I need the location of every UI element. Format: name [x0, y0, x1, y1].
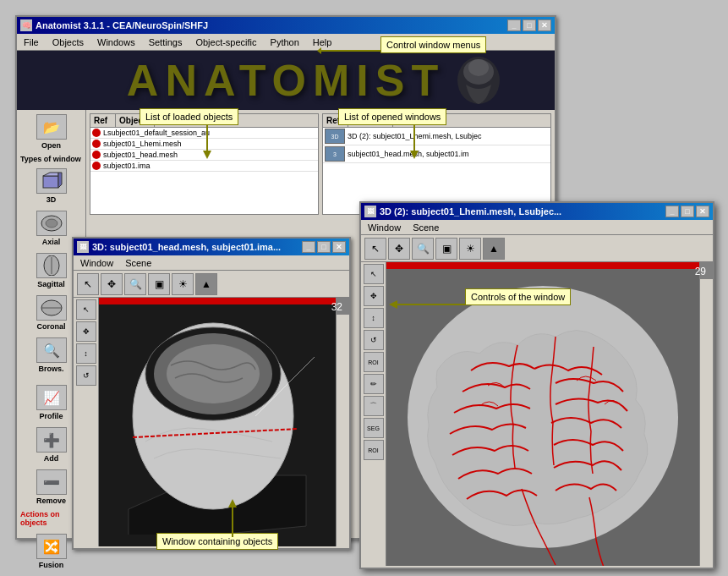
- logo-text: ANATOMIST: [127, 55, 445, 106]
- browse-icon: 🔍: [36, 337, 67, 363]
- coronal-label: Coronal: [36, 322, 65, 331]
- lg-tb-zoom-btn[interactable]: 🔍: [412, 238, 434, 260]
- main-titlebar: 🧠 Anatomist 3.1.1 - CEA/NeuroSpin/SHFJ _…: [17, 17, 555, 34]
- window-3d-large: 🖼 3D (2): subject01_Lhemi.mesh, Lsubjec.…: [359, 201, 714, 569]
- 3d-small-min[interactable]: _: [302, 241, 315, 253]
- lg-tb-slice-btn[interactable]: ▣: [435, 238, 457, 260]
- profile-icon: 📈: [36, 385, 67, 410]
- annotation-controls-window: Controls of the window: [465, 288, 571, 305]
- remove-icon: ➖: [36, 469, 67, 495]
- 3d-large-scrollbar[interactable]: [699, 262, 713, 566]
- fusion-label: Fusion: [39, 561, 64, 569]
- 3d-small-close[interactable]: ✕: [332, 241, 346, 253]
- table-row[interactable]: 3 subject01_head.mesh, subject01.im: [323, 145, 550, 163]
- lg-tb-camera-btn[interactable]: ▲: [483, 238, 505, 260]
- menu-object-specific[interactable]: Object-specific: [192, 36, 260, 49]
- svg-point-16: [167, 344, 260, 403]
- lg-tb-move-btn[interactable]: ✥: [388, 238, 410, 260]
- lg-ctrl-seg[interactable]: SEG: [364, 418, 384, 438]
- brain-render-small: [103, 306, 331, 535]
- 3d-icon: [36, 168, 67, 194]
- lg-ctrl-move[interactable]: ✥: [364, 286, 384, 306]
- minimize-btn[interactable]: _: [507, 19, 521, 31]
- tb-slice-btn[interactable]: ▣: [148, 273, 170, 295]
- add-label: Add: [44, 454, 59, 463]
- sagittal-icon: [36, 253, 67, 278]
- ctrl-zoom[interactable]: ↕: [76, 343, 96, 364]
- svg-marker-4: [43, 173, 58, 176]
- 3d-small-viewport: ↖ ✥ ↕ ↺ 32: [74, 298, 349, 546]
- logo-area: ANATOMIST: [17, 51, 555, 110]
- 3d-small-max[interactable]: □: [317, 241, 331, 253]
- svg-marker-5: [58, 173, 62, 188]
- 3d-large-close[interactable]: ✕: [696, 206, 709, 217]
- svg-rect-3: [43, 176, 58, 188]
- window-3d-small: 🖼 3D: subject01_head.mesh, subject01.ima…: [72, 237, 351, 550]
- add-icon: ➕: [36, 427, 67, 453]
- lg-ctrl-cursor[interactable]: ↖: [364, 264, 384, 284]
- remove-label: Remove: [36, 496, 66, 505]
- arrow-list-windows: [406, 125, 423, 159]
- 3d-large-min[interactable]: _: [665, 206, 679, 217]
- objects-windows-area: Ref Objects Lsubject01_default_session_a…: [90, 113, 551, 215]
- menu-settings[interactable]: Settings: [145, 36, 186, 49]
- 3d-large-menu-scene[interactable]: Scene: [409, 221, 442, 234]
- lg-ctrl-zoom[interactable]: ↕: [364, 308, 384, 328]
- 3d-large-viewport-num: 29: [695, 266, 706, 277]
- maximize-btn[interactable]: □: [523, 19, 536, 31]
- tb-camera-btn[interactable]: ▲: [195, 273, 217, 295]
- annotation-list-objects: List of loaded objects: [140, 108, 238, 125]
- 3d-large-menu-window[interactable]: Window: [364, 221, 404, 234]
- lg-ctrl-roi[interactable]: ROI: [364, 352, 384, 372]
- svg-marker-27: [410, 151, 419, 159]
- table-row[interactable]: 3D 3D (2): subject01_Lhemi.mesh, Lsubjec: [323, 128, 550, 145]
- lg-tb-brightness-btn[interactable]: ☀: [459, 238, 481, 260]
- table-row[interactable]: subject01.ima: [90, 161, 318, 172]
- btn-3d[interactable]: 3D: [19, 166, 84, 206]
- 3d-small-scrollbar[interactable]: [336, 298, 349, 546]
- arrow-control-menus: [317, 41, 385, 62]
- 3d-large-toolbar: ↖ ✥ 🔍 ▣ ☀ ▲: [361, 235, 713, 262]
- lg-ctrl-lasso[interactable]: ⌒: [364, 396, 384, 416]
- ctrl-cursor[interactable]: ↖: [76, 299, 96, 320]
- menu-windows[interactable]: Windows: [94, 36, 139, 49]
- 3d-small-title: 3D: subject01_head.mesh, subject01.ima..…: [92, 242, 281, 252]
- svg-point-2: [468, 59, 489, 76]
- lg-ctrl-draw[interactable]: ✏: [364, 374, 384, 394]
- tb-move-btn[interactable]: ✥: [101, 273, 123, 295]
- close-btn[interactable]: ✕: [538, 19, 551, 31]
- lg-ctrl-rotate[interactable]: ↺: [364, 330, 384, 350]
- menu-file[interactable]: File: [20, 36, 42, 49]
- lg-tb-cursor-btn[interactable]: ↖: [364, 238, 386, 260]
- svg-point-7: [46, 219, 57, 228]
- 3d-large-left-controls: ↖ ✥ ↕ ↺ ROI ✏ ⌒ SEG ROI: [361, 262, 386, 566]
- sagittal-label: Sagittal: [37, 280, 65, 288]
- lg-ctrl-roi2[interactable]: ROI: [364, 440, 384, 460]
- tb-zoom-btn[interactable]: 🔍: [124, 273, 146, 295]
- 3d-small-menu-window[interactable]: Window: [77, 256, 117, 270]
- 3d-large-max[interactable]: □: [681, 206, 694, 217]
- menu-objects[interactable]: Objects: [49, 36, 87, 49]
- obj-color-1: [92, 129, 101, 137]
- 3d-label: 3D: [47, 195, 57, 204]
- axial-label: Axial: [42, 238, 61, 246]
- 3d-small-titlebar: 🖼 3D: subject01_head.mesh, subject01.ima…: [74, 239, 349, 255]
- 3d-small-left-controls: ↖ ✥ ↕ ↺: [74, 298, 99, 546]
- ctrl-move[interactable]: ✥: [76, 321, 96, 342]
- 3d-small-menu-scene[interactable]: Scene: [122, 256, 155, 270]
- arrow-controls-window: [389, 296, 469, 313]
- arrow-window-containing: [224, 499, 241, 537]
- window-controls: _ □ ✕: [507, 19, 551, 31]
- ctrl-rotate[interactable]: ↺: [76, 365, 96, 386]
- menu-python[interactable]: Python: [267, 36, 303, 49]
- 3d-large-title: 3D (2): subject01_Lhemi.mesh, Lsubjec...: [380, 206, 561, 217]
- obj-color-3: [92, 151, 101, 159]
- tb-cursor-btn[interactable]: ↖: [77, 273, 99, 295]
- tb-brightness-btn[interactable]: ☀: [172, 273, 194, 295]
- 3d-small-menubar: Window Scene: [74, 255, 349, 271]
- 3d-large-menubar: Window Scene: [361, 220, 713, 235]
- obj-color-4: [92, 162, 101, 170]
- open-label: Open: [41, 141, 61, 150]
- svg-marker-22: [317, 47, 321, 54]
- open-btn[interactable]: 📂 Open: [19, 112, 84, 152]
